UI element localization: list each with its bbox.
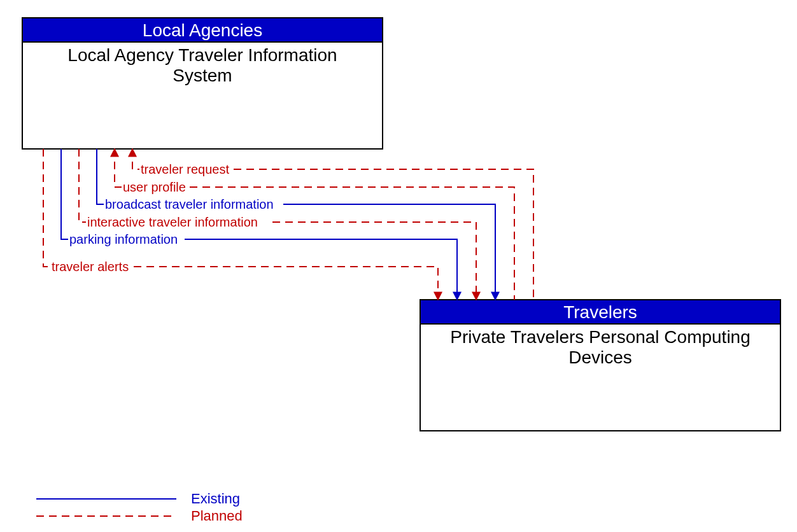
box-travelers-body-line2: Devices — [568, 347, 632, 367]
flow-label-broadcast: broadcast traveler information — [105, 197, 274, 211]
legend-label-existing: Existing — [191, 491, 240, 507]
flow-label-parking: parking information — [69, 232, 178, 246]
box-local-agencies: Local Agencies Local Agency Traveler Inf… — [22, 18, 383, 149]
flow-interactive-traveler-information: interactive traveler information — [79, 149, 476, 300]
box-local-agencies-header: Local Agencies — [143, 20, 262, 40]
box-travelers: Travelers Private Travelers Personal Com… — [420, 300, 780, 431]
legend: Existing Planned — [36, 491, 243, 524]
box-travelers-body-line1: Private Travelers Personal Computing — [450, 327, 751, 347]
flow-label-user-profile: user profile — [123, 180, 186, 194]
box-local-agencies-body-line2: System — [173, 66, 232, 85]
flow-label-interactive: interactive traveler information — [87, 215, 258, 229]
legend-label-planned: Planned — [191, 508, 243, 524]
flow-label-traveler-request: traveler request — [141, 162, 229, 176]
flow-label-traveler-alerts: traveler alerts — [52, 260, 129, 274]
architecture-flow-diagram: Local Agencies Local Agency Traveler Inf… — [0, 0, 797, 532]
box-local-agencies-body-line1: Local Agency Traveler Information — [67, 45, 337, 65]
box-travelers-header: Travelers — [563, 302, 637, 322]
